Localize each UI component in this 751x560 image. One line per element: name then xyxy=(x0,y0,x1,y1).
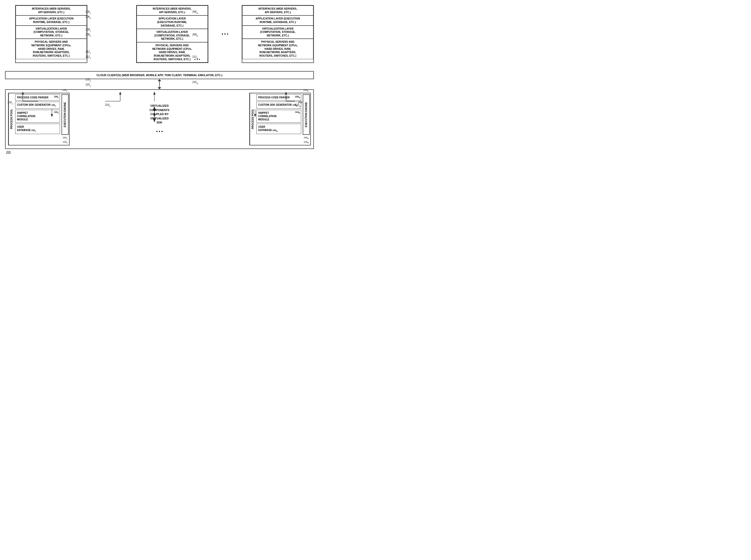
execution-engine-group-1: EXECUTION ENGINE 2451 1261 xyxy=(61,93,69,145)
cluster-2: INTERFACES (WEB SERVERS,API SERVERS, ETC… xyxy=(136,5,208,63)
virtualized-center: VIRTUALIZEDCOMPONENTSCOUPLED BYVIRTUALIZ… xyxy=(72,93,247,145)
process-code-parser-1: PROCESS CODE PARSER 2281 xyxy=(15,94,60,101)
inter-section-arrow xyxy=(5,79,314,89)
snippet-correlation-N: SNIPPETCORRELATIONMODULE 124N xyxy=(256,110,301,123)
user-database-N: USERDATABASE 232N xyxy=(256,124,301,134)
clusters-row: INTERFACES (WEB SERVERS,API SERVERS, ETC… xyxy=(5,5,314,63)
bottom-section: 200 PROCESS POOL 2301 PROCESS CODE PARSE… xyxy=(5,89,314,149)
center-dots: • • • xyxy=(156,128,163,135)
cloud-client-wrapper: CLOUD CLIENT(S) (WEB BROWSER, MOBILE APP… xyxy=(5,71,314,79)
process-pool-label-N: PROCESS POOL xyxy=(250,93,255,145)
engine-ref-126-N: 126N xyxy=(304,141,309,144)
ref-230-1: 2301 xyxy=(62,89,67,92)
engine-ref-245-1: 2451 xyxy=(62,136,67,140)
cluster3-interfaces: INTERFACES (WEB SERVERS,API SERVERS, ETC… xyxy=(242,5,313,16)
ref-230-N: 230N xyxy=(304,89,309,92)
cluster-1: INTERFACES (WEB SERVERS,API SERVERS, ETC… xyxy=(15,5,87,63)
cluster3-app-layer: APPLICATION LAYER (EXECUTIONRUNTIME, DAT… xyxy=(242,16,313,25)
engine-ref-245-N: 245N xyxy=(304,136,309,140)
cluster2-virt-layer: VIRTUALIZATION LAYER(COMPUTATION, STORAG… xyxy=(137,29,208,42)
execution-engine-group-N: EXECUTION ENGINE 245N 126N xyxy=(302,93,310,145)
label-spacer-1 xyxy=(96,5,127,63)
double-arrow-svg xyxy=(156,79,163,89)
snippet-correlation-1: SNIPPETCORRELATIONMODULE 1241 xyxy=(15,110,60,123)
cluster1-virt-layer: VIRTUALIZATION LAYER(COMPUTATION, STORAG… xyxy=(16,25,87,39)
cluster3-physical: PHYSICAL SERVERS ANDNETWORK EQUIPMENT (C… xyxy=(242,39,313,59)
label-200: 200 xyxy=(6,151,11,154)
process-pool-content-1: 2301 PROCESS CODE PARSER 2281 CUSTOM SDK… xyxy=(14,93,61,145)
process-pool-label-1: PROCESS POOL xyxy=(8,93,14,145)
svg-marker-29 xyxy=(158,79,161,81)
cluster1-physical: PHYSICAL SERVERS ANDNETWORK EQUIPMENT (C… xyxy=(16,39,87,59)
cluster3-virt-layer: VIRTUALIZATION LAYER(COMPUTATION, STORAG… xyxy=(242,25,313,39)
cluster-3: INTERFACES (WEB SERVERS,API SERVERS, ETC… xyxy=(242,5,314,63)
custom-sdk-generator-1: CUSTOM SDK GENERATOR 1251 xyxy=(15,102,60,109)
cluster1-interfaces: INTERFACES (WEB SERVERS,API SERVERS, ETC… xyxy=(16,5,87,16)
process-group-1: PROCESS POOL 2301 PROCESS CODE PARSER 22… xyxy=(8,93,70,145)
execution-engine-1: EXECUTION ENGINE xyxy=(61,94,69,135)
execution-engine-N: EXECUTION ENGINE xyxy=(303,94,310,135)
process-boxes-1: PROCESS CODE PARSER 2281 CUSTOM SDK GENE… xyxy=(14,93,61,135)
cloud-client-bar: CLOUD CLIENT(S) (WEB BROWSER, MOBILE APP… xyxy=(5,71,314,79)
top-section: 2061 2062 2081 2082 2121 2122 2152 2151 … xyxy=(5,5,314,79)
svg-marker-30 xyxy=(158,87,161,89)
cluster2-app-layer: APPLICATION LAYER(EXECUTION RUNTIME,DATA… xyxy=(137,16,208,29)
engine-ref-126-1: 1261 xyxy=(62,141,67,144)
diagram-container: 2061 2062 2081 2082 2121 2122 2152 2151 … xyxy=(5,5,314,149)
cluster1-app-layer: APPLICATION LAYER (EXECUTIONRUNTIME, DAT… xyxy=(16,16,87,25)
virtualized-text: VIRTUALIZEDCOMPONENTSCOUPLED BYVIRTUALIZ… xyxy=(150,104,170,125)
cluster2-interfaces: INTERFACES (WEB SERVERS,API SERVERS, ETC… xyxy=(137,5,208,16)
process-code-parser-N: PROCESS CODE PARSER 228N xyxy=(256,94,301,101)
user-database-1: USERDATABASE 2321 xyxy=(15,124,60,134)
process-pool-content-N: 230N PROCESS CODE PARSER 228N CUSTOM SDK… xyxy=(255,93,302,145)
process-group-N: PROCESS POOL 230N PROCESS CODE PARSER 22… xyxy=(249,93,311,145)
cluster2-physical: PHYSICAL SERVERS ANDNETWORK EQUIPMENT (C… xyxy=(137,42,208,62)
process-boxes-N: PROCESS CODE PARSER 228N CUSTOM SDK GENE… xyxy=(255,93,302,135)
arrow-space xyxy=(5,63,314,71)
dots-separator: • • • xyxy=(217,5,233,63)
custom-sdk-generator-N: CUSTOM SDK GENERATOR 125N xyxy=(256,102,301,109)
